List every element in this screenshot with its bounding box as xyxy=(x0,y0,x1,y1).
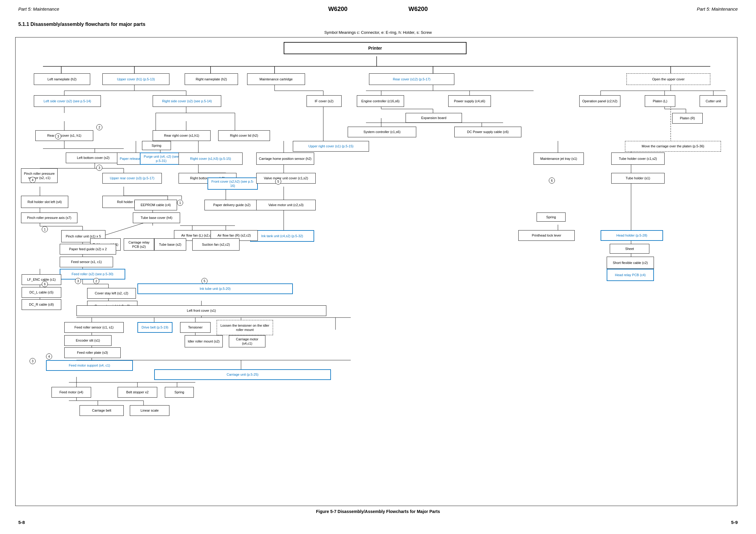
maintenance-cartridge-box: Maintenance cartridge xyxy=(247,73,305,85)
carriage-unit-box: Carriage unit (p.5-25) xyxy=(154,369,331,380)
dc-r-cable-box: DC_R cable (c8) xyxy=(22,299,61,310)
carriage-belt-box: Carriage belt xyxy=(80,405,124,416)
circle-3a: 3 xyxy=(75,278,81,284)
pinch-roller-pressure-axis-box: Pinch roller pressure axis (s7) xyxy=(21,213,77,223)
circle-2b: 2 xyxy=(96,124,102,130)
suction-fan-box: Suction fan (s2,c2) xyxy=(192,239,239,251)
eeprom-cable-box: EEPROM cable (c4) xyxy=(134,200,177,210)
rear-cover-box: Rear cover (s12) (p.5-17) xyxy=(369,73,454,85)
circle-2a: 2 xyxy=(93,278,99,284)
ink-tank-unit-box: Ink tank unit (c4,s2) (p.5-32) xyxy=(250,230,314,242)
tensioner-box: Tensioner xyxy=(180,322,210,333)
left-side-cover-box: Left side cover (s2) (see p.5-14) xyxy=(34,95,101,107)
caption: Figure 5-7 Disassembly/Assembly Flowchar… xyxy=(15,509,741,514)
page-footer: 5-8 5-9 xyxy=(0,520,756,525)
tube-holder-box: Tube holder (s1) xyxy=(611,173,664,184)
circle-3c: 3 xyxy=(96,165,102,171)
circle-6: 6 xyxy=(42,281,48,287)
left-nameplate-box: Left nameplate (h2) xyxy=(34,73,90,85)
flowchart: Printer Left nameplate (h2) Upper cover … xyxy=(15,37,738,506)
paper-feed-guide-box: Paper feed guide (s2) x 2 xyxy=(60,244,116,255)
section-title: 5.1.1 Disassembly/assembly flowcharts fo… xyxy=(0,15,756,30)
header-center2: W6200 xyxy=(409,6,428,13)
spring3-box: Spring xyxy=(165,387,194,397)
power-supply-box: Power supply (c4,s6) xyxy=(448,95,491,107)
header-right: Part 5: Maintenance xyxy=(697,6,738,12)
paper-delivery-guide-box: Paper delivery guide (s2) xyxy=(204,200,259,210)
platen-l-box: Platen (L) xyxy=(645,95,675,107)
expansion-board-box: Expansion board xyxy=(406,113,462,123)
move-carriage-box: Move the carriage over the platen (p.5-3… xyxy=(625,141,721,152)
left-bottom-cover-box: Left bottom cover (s2) xyxy=(66,153,121,163)
dc-power-supply-cable-box: DC Power supply cable (c6) xyxy=(454,127,521,137)
feed-roller-plate-box: Feed roller plate (s3) xyxy=(64,347,121,358)
system-controller-box: System controller (c1,s6) xyxy=(348,127,416,137)
upper-cover-box: Upper cover (h1) (p.5-13) xyxy=(102,73,170,85)
dc-l-cable-box: DC_L cable (c5) xyxy=(22,287,61,298)
circle-1a: 1 xyxy=(177,200,183,206)
rear-left-cover-box: Rear left cover (s1, h1) xyxy=(35,130,93,141)
short-flexible-cable-box: Short flexible cable (c2) xyxy=(607,257,654,269)
valve-motor-unit-cover-box: Valve motor unit cover (c1,s2) xyxy=(256,173,316,184)
pinch-roller-pressure-box: Pinch roller pressure sensor (s2, c1) xyxy=(21,168,58,183)
carriage-relay-pcb-box: Carriage relay PCB (s2) xyxy=(124,239,154,251)
upper-rear-cover-box: Upper rear cover (s3) (p.5-17) xyxy=(102,173,162,184)
header-center1: W6200 xyxy=(328,6,347,13)
footer-right: 5-9 xyxy=(731,520,738,525)
encoder-slit-box: Encoder slit (s1) xyxy=(64,335,112,346)
open-upper-cover-box: Open the upper cover xyxy=(627,73,710,85)
front-cover-box: Front cover (s2,h2) (see p.5-16) xyxy=(207,177,258,190)
circle-4a: 4 xyxy=(30,177,36,183)
left-front-cover-box: Left front cover (s1) xyxy=(76,305,326,316)
carriage-home-position-box: Carriage home position sensor (h2) xyxy=(256,153,314,165)
linear-scale-box: Linear scale xyxy=(130,405,170,416)
idler-roller-mount-box: Idler roller mount (s2) xyxy=(185,335,223,347)
sheet-box: Sheet xyxy=(610,244,649,254)
loosen-tensioner-box: Loosen the tensioner on the idler roller… xyxy=(217,320,273,335)
circle-3b: 3 xyxy=(55,133,61,140)
ink-tube-unit-box: Ink tube unit (p.5-20) xyxy=(137,283,293,294)
roll-holder-slot-left-box: Roll holder slot left (s4) xyxy=(21,196,68,208)
upper-right-cover-box: Upper right cover (s1) (p.5-15) xyxy=(293,141,369,152)
header-left: Part 5: Maintenance xyxy=(18,6,59,12)
spring2-box: Spring xyxy=(537,213,566,222)
head-relay-pcb-box: Head relay PCB (c4) xyxy=(607,269,654,281)
head-holder-box: Head holder (p.5-28) xyxy=(601,230,663,241)
carriage-motor-box: Carriage motor (s4,c1) xyxy=(229,335,265,347)
footer-left: 5-8 xyxy=(18,520,25,525)
printhead-lock-lever-box: Printhead lock lever xyxy=(518,230,575,241)
diagram-area: Symbol Meanings c: Connector, e: E-ring,… xyxy=(15,30,741,514)
if-cover-box: IF cover (s2) xyxy=(307,95,341,107)
spring1-box: Spring xyxy=(142,141,171,150)
feed-motor-box: Feed motor (s4) xyxy=(51,387,91,397)
printer-box: Printer xyxy=(284,42,467,54)
circle-4b: 4 xyxy=(46,353,52,360)
circle-5b: 5 xyxy=(202,278,207,284)
right-side-cover-box: Right side cover (s2) (see p.5-14) xyxy=(153,95,221,107)
cutter-unit-box: Cutter unit xyxy=(700,95,727,107)
circle-3d: 3 xyxy=(30,358,36,364)
maintenance-jet-tray-box: Maintenance jet tray (s1) xyxy=(533,153,584,165)
page-header: Part 5: Maintenance W6200 W6200 Part 5: … xyxy=(0,0,756,15)
symbol-note: Symbol Meanings c: Connector, e: E-ring,… xyxy=(15,30,741,35)
tube-base-cover-box: Tube base cover (h4) xyxy=(133,213,180,223)
right-cover-s1h3-box: Right cover (s1,h3) (p.5-15) xyxy=(178,153,243,165)
engine-controller-box: Engine controller (c16,s6) xyxy=(357,95,404,107)
lf-enc-cable-box: LF_ENC cable (c1) xyxy=(22,274,61,285)
cover-stay-left-box: Cover stay left (s2, c2) xyxy=(87,288,136,299)
purge-unit-box: Purge unit (s4, c2) (see p.5-31) xyxy=(140,153,182,165)
feed-sensor-box: Feed sensor (s1, c1) xyxy=(60,257,113,267)
rear-right-cover-box: Rear right cover (s1,h1) xyxy=(153,130,210,141)
circle-1b: 1 xyxy=(42,226,48,232)
tube-base-box: Tube base (s2) xyxy=(154,239,186,251)
valve-motor-unit-box: Valve motor unit (c2,s3) xyxy=(256,200,316,210)
operation-panel-box: Operation panel (c2,h2) xyxy=(579,95,620,107)
platen-r-box: Platen (R) xyxy=(672,113,703,124)
tube-holder-cover-box: Tube holder cover (c1,s2) xyxy=(611,153,664,165)
belt-stopper-box: Belt stopper x2 xyxy=(118,387,157,397)
feed-roller-sensor-box: Feed roller sensor (c1, s1) xyxy=(64,322,124,333)
feed-roller-ref-box: Feed roller (s2) (see p.5-30) xyxy=(60,269,125,279)
header-center: W6200 W6200 xyxy=(328,6,428,13)
circle-6b: 6 xyxy=(549,177,555,184)
feed-motor-support-box: Feed motor support (s4, c1) xyxy=(46,360,133,371)
